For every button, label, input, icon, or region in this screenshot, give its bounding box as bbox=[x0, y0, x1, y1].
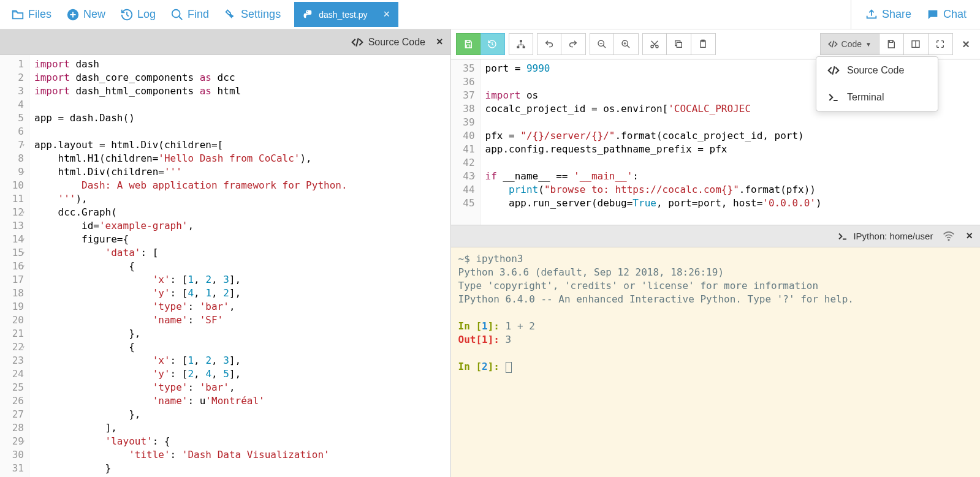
log-label: Log bbox=[137, 8, 156, 21]
terminal-pane: IPython: home/user × ~$ ipython3Python 3… bbox=[451, 225, 980, 477]
zoom-out-icon bbox=[597, 39, 607, 49]
history-button[interactable] bbox=[481, 33, 505, 55]
dropdown-source-code-label: Source Code bbox=[847, 65, 904, 76]
new-label: New bbox=[83, 8, 105, 21]
svg-point-7 bbox=[651, 45, 653, 48]
close-icon: × bbox=[962, 37, 970, 51]
python-icon bbox=[303, 9, 314, 20]
chat-label: Chat bbox=[943, 8, 967, 21]
dropdown-source-code[interactable]: Source Code bbox=[816, 57, 938, 84]
plus-circle-icon bbox=[66, 8, 80, 21]
code-dropdown-button[interactable]: Code ▼ bbox=[820, 33, 879, 55]
new-button[interactable]: New bbox=[60, 4, 112, 25]
svg-rect-2 bbox=[520, 40, 522, 42]
terminal-header: IPython: home/user × bbox=[451, 225, 980, 247]
search-icon bbox=[170, 8, 184, 21]
svg-rect-9 bbox=[677, 42, 682, 47]
share-label: Share bbox=[882, 8, 911, 21]
zoom-in-button[interactable] bbox=[614, 33, 639, 55]
settings-button[interactable]: Settings bbox=[218, 4, 287, 25]
share-button[interactable]: Share bbox=[859, 4, 917, 25]
cut-button[interactable] bbox=[642, 33, 667, 55]
log-button[interactable]: Log bbox=[114, 4, 162, 25]
svg-point-8 bbox=[656, 45, 658, 48]
dropdown-terminal[interactable]: Terminal bbox=[816, 84, 938, 111]
copy-icon bbox=[674, 39, 683, 49]
code-dropdown-label: Code bbox=[841, 39, 862, 49]
files-label: Files bbox=[28, 8, 51, 21]
terminal-title: IPython: home/user bbox=[837, 231, 933, 242]
paste-button[interactable] bbox=[691, 33, 716, 55]
tab-close-icon[interactable]: × bbox=[384, 8, 390, 21]
left-editor[interactable]: 1234567▾89▾101112▾1314▾15▾16▾17181920212… bbox=[0, 55, 450, 477]
terminal-icon bbox=[837, 231, 848, 242]
top-left-buttons: Files New Log Find Settings bbox=[0, 4, 292, 25]
chat-button[interactable]: Chat bbox=[920, 4, 973, 25]
tab-filename: dash_test.py bbox=[319, 10, 367, 20]
redo-button[interactable] bbox=[561, 33, 586, 55]
columns-icon bbox=[911, 39, 921, 49]
cut-icon bbox=[650, 39, 659, 49]
paste-icon bbox=[698, 39, 708, 49]
file-tab[interactable]: dash_test.py × bbox=[294, 2, 398, 27]
code-icon bbox=[828, 39, 838, 49]
folder-icon bbox=[11, 8, 25, 21]
chat-icon bbox=[926, 8, 940, 21]
find-label: Find bbox=[188, 8, 209, 21]
left-pane-header: Source Code × bbox=[0, 29, 450, 55]
svg-rect-4 bbox=[522, 46, 525, 48]
history-icon bbox=[120, 8, 134, 21]
undo-button[interactable] bbox=[537, 33, 561, 55]
zoom-in-icon bbox=[621, 39, 631, 49]
share-icon bbox=[865, 8, 878, 21]
svg-point-1 bbox=[172, 9, 180, 17]
copy-button[interactable] bbox=[667, 33, 691, 55]
right-top-pane: Code ▼ × Source Code Termi bbox=[451, 29, 980, 225]
save-layout-button[interactable] bbox=[879, 33, 904, 55]
save-icon bbox=[886, 39, 896, 49]
wrench-icon bbox=[224, 8, 237, 21]
left-gutter: 1234567▾89▾101112▾1314▾15▾16▾17181920212… bbox=[0, 55, 29, 477]
history-icon bbox=[487, 39, 497, 49]
files-button[interactable]: Files bbox=[5, 4, 58, 25]
expand-icon bbox=[935, 39, 945, 49]
left-pane-title-text: Source Code bbox=[368, 37, 425, 48]
redo-icon bbox=[568, 39, 578, 49]
right-pane-close-button[interactable]: × bbox=[957, 33, 975, 55]
zoom-out-button[interactable] bbox=[590, 33, 614, 55]
split-button[interactable] bbox=[904, 33, 929, 55]
right-gutter: 353637383940414243▾4445 bbox=[451, 59, 481, 225]
view-dropdown: Source Code Terminal bbox=[816, 56, 938, 111]
svg-point-13 bbox=[949, 239, 950, 241]
terminal-icon bbox=[827, 91, 840, 103]
svg-rect-3 bbox=[517, 46, 519, 48]
left-code[interactable]: import dashimport dash_core_components a… bbox=[29, 55, 352, 477]
find-button[interactable]: Find bbox=[164, 4, 215, 25]
right-toolbar: Code ▼ × Source Code Termi bbox=[451, 29, 980, 59]
fullscreen-button[interactable] bbox=[929, 33, 953, 55]
save-button[interactable] bbox=[456, 33, 481, 55]
wifi-icon bbox=[943, 230, 955, 242]
left-pane-title: Source Code bbox=[351, 36, 425, 48]
terminal-title-text: IPython: home/user bbox=[853, 231, 933, 241]
top-bar: Files New Log Find Settings dash_test.py… bbox=[0, 0, 980, 29]
code-icon bbox=[827, 64, 840, 77]
settings-label: Settings bbox=[241, 8, 281, 21]
sitemap-button[interactable] bbox=[509, 33, 533, 55]
right-code[interactable]: port = 9990import oscocalc_project_id = … bbox=[481, 59, 827, 225]
right-pane: Code ▼ × Source Code Termi bbox=[451, 29, 980, 477]
top-right-buttons: Share Chat bbox=[851, 0, 980, 29]
dropdown-terminal-label: Terminal bbox=[847, 92, 884, 103]
undo-icon bbox=[544, 39, 554, 49]
code-icon bbox=[351, 36, 363, 48]
left-pane-close-icon[interactable]: × bbox=[436, 36, 443, 48]
main-content: Source Code × 1234567▾89▾101112▾1314▾15▾… bbox=[0, 29, 980, 477]
terminal-body[interactable]: ~$ ipython3Python 3.6.6 (default, Sep 12… bbox=[451, 247, 980, 477]
left-pane: Source Code × 1234567▾89▾101112▾1314▾15▾… bbox=[0, 29, 451, 477]
terminal-close-icon[interactable]: × bbox=[966, 230, 973, 242]
sitemap-icon bbox=[516, 39, 526, 49]
save-icon bbox=[463, 39, 473, 49]
caret-down-icon: ▼ bbox=[865, 41, 872, 48]
